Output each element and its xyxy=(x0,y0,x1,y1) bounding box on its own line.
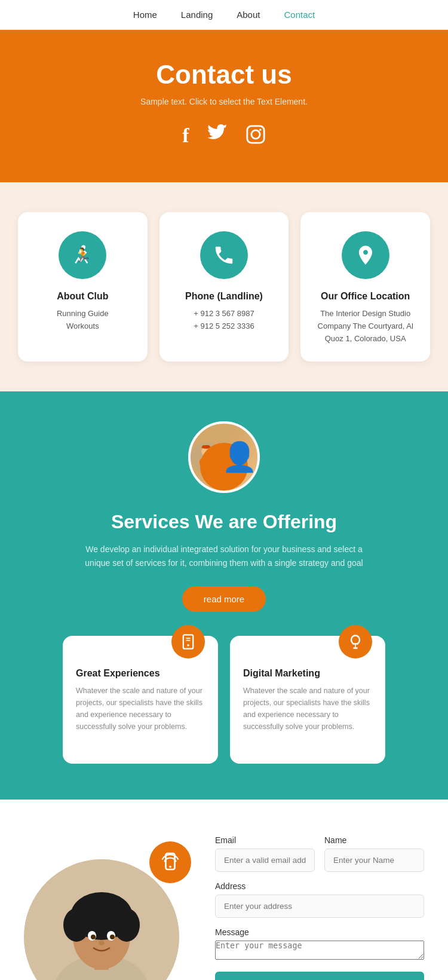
address-input[interactable] xyxy=(215,895,424,918)
address-field-group: Address xyxy=(215,881,424,918)
nav-home[interactable]: Home xyxy=(133,10,157,20)
facebook-icon[interactable]: f xyxy=(182,124,189,149)
svg-text:🏃: 🏃 xyxy=(74,247,92,264)
run-icon: 🏃 xyxy=(59,231,106,279)
submit-button[interactable]: SUBMIT xyxy=(215,972,424,980)
email-label: Email xyxy=(215,835,315,845)
email-field-group: Email xyxy=(215,835,315,872)
svg-point-27 xyxy=(108,902,131,921)
about-club-title: About Club xyxy=(30,291,136,302)
services-title: Services We are Offering xyxy=(24,511,424,533)
digital-marketing-card: Digital Marketing Whatever the scale and… xyxy=(230,636,385,764)
great-experiences-title: Great Experiences xyxy=(76,668,205,679)
name-input[interactable] xyxy=(324,849,424,872)
name-field-group: Name xyxy=(324,835,424,872)
phone-icon xyxy=(200,231,248,279)
phone-title: Phone (Landline) xyxy=(171,291,277,302)
phone-badge-icon xyxy=(149,841,191,883)
bulb-icon xyxy=(339,625,372,659)
svg-rect-0 xyxy=(247,126,263,143)
phone-card: Phone (Landline) + 912 3 567 8987 + 912 … xyxy=(159,212,289,362)
phone-number1: + 912 3 567 8987 xyxy=(171,308,277,320)
svg-point-1 xyxy=(251,130,260,139)
services-section: Services We are Offering We develop an i… xyxy=(0,391,448,800)
email-name-row: Email Name xyxy=(215,835,424,872)
contact-form-section: Email Name Address Message SUBMIT Images… xyxy=(0,800,448,980)
hero-section: Contact us Sample text. Click to select … xyxy=(0,30,448,182)
message-textarea[interactable] xyxy=(215,941,424,960)
location-card: Our Office Location The Interior Design … xyxy=(300,212,430,362)
digital-marketing-desc: Whatever the scale and nature of your pr… xyxy=(243,685,372,733)
svg-point-2 xyxy=(259,129,261,131)
great-experiences-desc: Whatever the scale and nature of your pr… xyxy=(76,685,205,733)
nav-about[interactable]: About xyxy=(237,10,260,20)
cards-row: 🏃 About Club Running Guide Workouts Phon… xyxy=(18,212,430,362)
social-icons-row: f xyxy=(12,124,436,149)
svg-rect-12 xyxy=(183,635,193,649)
about-club-line1: Running Guide xyxy=(30,308,136,320)
mobile-icon xyxy=(171,625,205,659)
location-icon xyxy=(342,231,389,279)
message-field-group: Message xyxy=(215,927,424,960)
contact-form: Email Name Address Message SUBMIT Images… xyxy=(215,835,424,980)
svg-point-26 xyxy=(72,902,96,921)
nav-landing[interactable]: Landing xyxy=(181,10,213,20)
read-more-button[interactable]: read more xyxy=(182,586,266,612)
svg-point-31 xyxy=(110,935,115,939)
digital-marketing-title: Digital Marketing xyxy=(243,668,372,679)
person-avatar xyxy=(188,421,260,493)
name-label: Name xyxy=(324,835,424,845)
svg-rect-9 xyxy=(202,445,210,448)
about-club-line2: Workouts xyxy=(30,320,136,333)
svg-point-15 xyxy=(187,644,189,647)
hero-subtitle: Sample text. Click to select the Text El… xyxy=(12,97,436,106)
address-label: Address xyxy=(215,881,424,891)
great-experiences-card: Great Experiences Whatever the scale and… xyxy=(63,636,218,764)
svg-point-10 xyxy=(200,457,213,468)
nav-contact[interactable]: Contact xyxy=(284,10,315,20)
twitter-icon[interactable] xyxy=(207,124,228,149)
service-cards-row: Great Experiences Whatever the scale and… xyxy=(24,636,424,764)
location-address: The Interior Design Studio Company The C… xyxy=(312,308,418,345)
navigation: Home Landing About Contact xyxy=(0,0,448,30)
hero-title: Contact us xyxy=(12,60,436,90)
contact-left-visual xyxy=(24,835,191,980)
phone-number2: + 912 5 252 3336 xyxy=(171,320,277,333)
svg-point-11 xyxy=(204,454,209,456)
services-description: We develop an individual integrated solu… xyxy=(75,543,373,569)
location-title: Our Office Location xyxy=(312,291,418,302)
message-label: Message xyxy=(215,927,424,937)
about-club-card: 🏃 About Club Running Guide Workouts xyxy=(18,212,148,362)
info-cards-section: 🏃 About Club Running Guide Workouts Phon… xyxy=(0,182,448,391)
svg-point-32 xyxy=(99,941,105,945)
svg-point-18 xyxy=(169,866,171,868)
email-input[interactable] xyxy=(215,849,315,872)
svg-point-30 xyxy=(91,935,96,939)
instagram-icon[interactable] xyxy=(246,124,266,149)
